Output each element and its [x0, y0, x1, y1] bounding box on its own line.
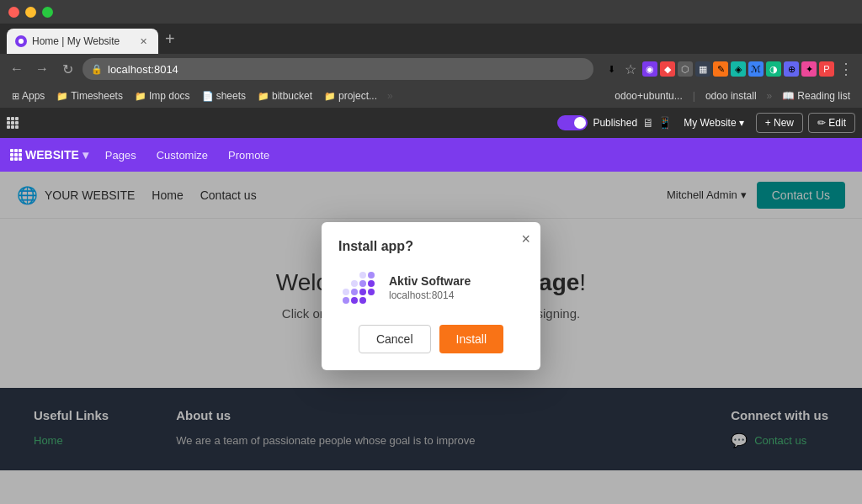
edit-button[interactable]: ✏ Edit	[808, 113, 855, 133]
my-website-label: My Website	[684, 117, 736, 129]
ext-orange2-icon[interactable]: ✎	[713, 61, 728, 77]
more-options-icon[interactable]: ⋮	[837, 60, 855, 78]
bookmarks-bar: ⊞ Apps 📁 Timesheets 📁 Imp docs 📄 sheets …	[0, 84, 862, 108]
bookmark-sheets[interactable]: 📄 sheets	[197, 88, 251, 103]
ext-teal2-icon[interactable]: ◈	[731, 61, 746, 77]
website-chevron-icon: ▾	[82, 148, 88, 162]
separator: |	[693, 90, 695, 102]
bookmark-sheets-label: sheets	[216, 90, 246, 102]
desktop-icon[interactable]: 🖥	[642, 116, 654, 130]
bookmark-odoo-label: odoo+ubuntu...	[615, 90, 682, 102]
bookmark-project-label: project...	[338, 90, 377, 102]
new-button[interactable]: + New	[756, 113, 803, 133]
tab-favicon	[15, 35, 27, 47]
website-logo-label: WEBSITE	[25, 148, 79, 162]
lock-icon: 🔒	[91, 64, 103, 75]
odoo-bookmarks-right: odoo+ubuntu... | odoo install » 📖 Readin…	[609, 88, 855, 103]
back-button[interactable]: ←	[7, 59, 27, 79]
ext-pink-icon[interactable]: ✦	[801, 61, 817, 77]
device-icons: 🖥 📱	[642, 116, 672, 130]
my-website-dropdown[interactable]: My Website ▾	[677, 114, 750, 132]
odoo-topbar-right: Published 🖥 📱 My Website ▾ + New ✏ Edit	[557, 113, 855, 133]
os-titlebar	[0, 0, 862, 24]
app-name: Aktiv Software	[389, 274, 471, 288]
website-nav-pages[interactable]: Pages	[95, 138, 146, 172]
toggle-switch[interactable]	[557, 115, 588, 130]
customize-label: Customize	[157, 149, 208, 162]
bookmark-apps-label: Apps	[22, 90, 45, 102]
bookmark-star-icon[interactable]: ☆	[621, 60, 640, 78]
reading-list-label: Reading list	[797, 90, 850, 102]
folder2-icon: 📁	[135, 91, 146, 102]
modal-close-button[interactable]: ×	[521, 231, 530, 248]
cancel-button[interactable]: Cancel	[359, 325, 431, 353]
odoo-home-menu-icon[interactable]	[7, 117, 19, 129]
ext-blue-icon[interactable]: ℳ	[748, 61, 764, 77]
download-ext-icon[interactable]: ⬇	[604, 61, 619, 77]
modal-overlay: × Install app?	[0, 172, 862, 504]
install-button[interactable]: Install	[439, 325, 504, 353]
bookmark-timesheets-label: Timesheets	[71, 90, 123, 102]
website-logo[interactable]: WEBSITE ▾	[10, 148, 88, 162]
app-url: localhost:8014	[389, 289, 471, 301]
bookmark-odoo-ubuntu[interactable]: odoo+ubuntu...	[609, 88, 687, 103]
close-window-button[interactable]	[8, 7, 19, 18]
bookmark-odoo-install[interactable]: odoo install	[700, 88, 762, 103]
website-content-area: 🌐 YOUR WEBSITE Home Contact us Mitchell …	[0, 172, 862, 504]
browser-extension-icons: ⬇ ☆ ◉ ◆ ⬡ ▦ ✎ ◈ ℳ ◑ ⊕ ✦ P ⋮	[604, 60, 855, 78]
bookmark-apps[interactable]: ⊞ Apps	[7, 88, 50, 103]
reload-button[interactable]: ↻	[57, 59, 77, 79]
ext-puzzle-icon[interactable]: ⬡	[678, 61, 693, 77]
ext-dark-icon[interactable]: ▦	[695, 61, 710, 77]
bookmark-bitbucket[interactable]: 📁 bitbucket	[253, 88, 317, 103]
app-icon-dots	[343, 272, 375, 304]
website-nav-promote[interactable]: Promote	[218, 138, 279, 172]
bookmark-odoo-install-label: odoo install	[705, 90, 757, 102]
url-field[interactable]: 🔒 localhost:8014	[82, 58, 593, 80]
folder3-icon: 📁	[258, 91, 269, 102]
modal-actions: Cancel Install	[338, 325, 524, 353]
modal-title: Install app?	[338, 239, 524, 254]
website-grid-icon	[10, 149, 22, 161]
doc-icon: 📄	[202, 91, 214, 102]
ext-red2-icon[interactable]: P	[819, 61, 834, 77]
browser-tab-active[interactable]: Home | My Website ✕	[7, 29, 158, 54]
minimize-window-button[interactable]	[25, 7, 36, 18]
bookmark-reading-list[interactable]: 📖 Reading list	[777, 88, 855, 103]
pages-label: Pages	[105, 149, 136, 162]
bookmark-imp-docs[interactable]: 📁 Imp docs	[130, 88, 195, 103]
ext-green-icon[interactable]: ◑	[766, 61, 781, 77]
app-details: Aktiv Software localhost:8014	[389, 274, 471, 301]
bookmark-project[interactable]: 📁 project...	[319, 88, 382, 103]
install-app-modal: × Install app?	[322, 222, 540, 370]
tab-bar: Home | My Website ✕ +	[0, 24, 862, 54]
website-nav-customize[interactable]: Customize	[146, 138, 218, 172]
folder-icon: 📁	[56, 91, 68, 102]
bookmarks-overflow: »	[387, 90, 393, 102]
promote-label: Promote	[228, 149, 269, 162]
ext-indigo-icon[interactable]: ⊕	[784, 61, 799, 77]
mobile-icon[interactable]: 📱	[657, 116, 672, 130]
reading-list-icon: 📖	[782, 90, 795, 102]
chevron-down-icon: ▾	[739, 117, 744, 129]
app-icon	[338, 268, 379, 308]
bookmark-timesheets[interactable]: 📁 Timesheets	[51, 88, 128, 103]
tab-title: Home | My Website	[32, 35, 120, 47]
apps-grid-icon: ⊞	[12, 91, 19, 102]
bookmark-bitbucket-label: bitbucket	[272, 90, 312, 102]
separator2: »	[767, 90, 773, 102]
modal-app-info: Aktiv Software localhost:8014	[338, 268, 524, 308]
folder4-icon: 📁	[324, 91, 336, 102]
published-toggle[interactable]: Published	[557, 115, 637, 130]
odoo-topbar: Published 🖥 📱 My Website ▾ + New ✏ Edit	[0, 108, 862, 138]
ext-red-icon[interactable]: ◆	[660, 61, 675, 77]
url-bar: ← → ↻ 🔒 localhost:8014 ⬇ ☆ ◉ ◆ ⬡ ▦ ✎ ◈ ℳ…	[0, 54, 862, 84]
url-text: localhost:8014	[108, 63, 178, 76]
bookmark-impdocs-label: Imp docs	[149, 90, 190, 102]
new-tab-button[interactable]: +	[158, 26, 182, 51]
forward-button[interactable]: →	[32, 59, 52, 79]
ext-purple-icon[interactable]: ◉	[642, 61, 657, 77]
maximize-window-button[interactable]	[42, 7, 53, 18]
tab-close-button[interactable]: ✕	[136, 34, 150, 48]
website-toolbar: WEBSITE ▾ Pages Customize Promote	[0, 138, 862, 172]
